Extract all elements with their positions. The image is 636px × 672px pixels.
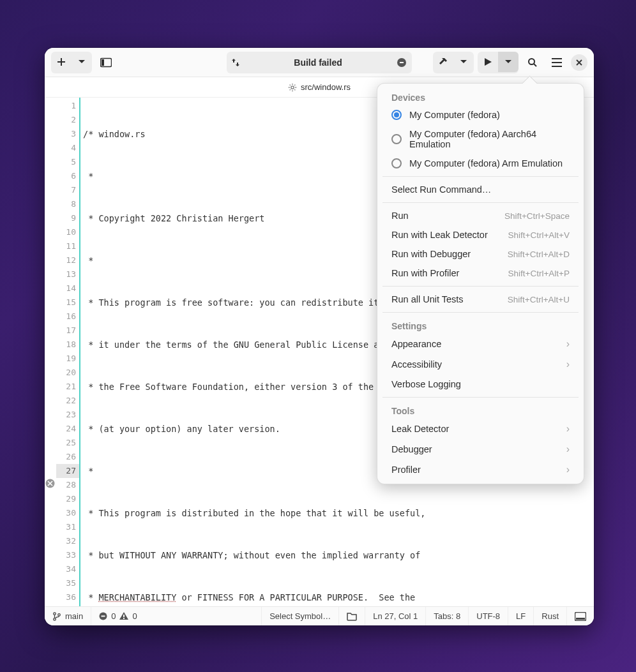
error-count: 0 xyxy=(111,611,116,621)
run-menu-chevron[interactable] xyxy=(498,52,519,72)
run-with-debugger[interactable]: Run with DebuggerShift+Ctrl+Alt+D xyxy=(381,244,580,264)
accelerator: Shift+Ctrl+Alt+P xyxy=(508,269,570,278)
toggle-sidebar-button[interactable] xyxy=(96,52,116,73)
branch-icon xyxy=(52,612,61,621)
radio-icon xyxy=(391,110,402,120)
new-group xyxy=(51,52,92,73)
line-number: 36 xyxy=(56,590,79,604)
line-number: 29 xyxy=(56,492,79,506)
line-number: 27 xyxy=(56,464,79,478)
line-number: 9 xyxy=(56,211,79,225)
menu-separator xyxy=(382,312,579,313)
new-menu-chevron[interactable] xyxy=(72,52,92,72)
run-action[interactable]: RunShift+Ctrl+Space xyxy=(381,206,580,225)
line-number: 4 xyxy=(56,141,79,155)
device-option-arm[interactable]: My Computer (fedora) Arm Emulation xyxy=(381,154,580,173)
cursor-position[interactable]: Ln 27, Col 1 xyxy=(365,607,425,625)
tool-debugger[interactable]: Debugger› xyxy=(381,439,580,459)
settings-verbose-logging[interactable]: Verbose Logging xyxy=(381,375,580,394)
warning-count: 0 xyxy=(132,611,137,621)
line-number: 33 xyxy=(56,548,79,562)
tools-section-title: Tools xyxy=(381,401,580,419)
run-with-leak-detector[interactable]: Run with Leak DetectorShift+Ctrl+Alt+V xyxy=(381,225,580,244)
line-number: 23 xyxy=(56,408,79,422)
line-number: 18 xyxy=(56,338,79,352)
branch-name: main xyxy=(65,611,83,621)
svg-rect-16 xyxy=(576,618,585,620)
menu-separator xyxy=(382,286,579,287)
new-button[interactable] xyxy=(51,52,72,72)
language[interactable]: Rust xyxy=(533,607,566,625)
run-menu-popover: Devices My Computer (fedora) My Computer… xyxy=(377,83,584,484)
build-menu-chevron[interactable] xyxy=(453,52,474,72)
line-number: 32 xyxy=(56,534,79,548)
line-number: 30 xyxy=(56,506,79,520)
open-folder-button[interactable] xyxy=(338,607,365,625)
line-number: 15 xyxy=(56,295,79,310)
device-option-fedora[interactable]: My Computer (fedora) xyxy=(381,105,580,124)
device-option-aarch64[interactable]: My Computer (fedora) Aarch64 Emulation xyxy=(381,124,580,154)
tool-leak-detector[interactable]: Leak Detector› xyxy=(381,419,580,439)
error-icon xyxy=(99,612,107,620)
build-button[interactable] xyxy=(433,52,453,72)
gear-icon xyxy=(288,83,297,92)
vcs-branch[interactable]: main xyxy=(45,607,91,625)
line-number: 5 xyxy=(56,155,79,169)
settings-section-title: Settings xyxy=(381,316,580,334)
run-button[interactable] xyxy=(478,52,498,72)
run-with-profiler[interactable]: Run with ProfilerShift+Ctrl+Alt+P xyxy=(381,264,580,283)
devices-section-title: Devices xyxy=(381,87,580,105)
line-number: 34 xyxy=(56,562,79,576)
status-bar: main 0 0 Select Symbol… Ln 27, Col 1 Tab… xyxy=(45,606,594,625)
line-number-gutter: 1 2 3 4 5 6 7 8 9 10 11 12 13 14 15 16 1… xyxy=(56,98,80,606)
error-marker-icon[interactable] xyxy=(45,479,55,488)
error-gutter xyxy=(45,98,56,606)
toggle-bottom-panel-button[interactable] xyxy=(566,607,594,625)
svg-rect-1 xyxy=(102,59,104,66)
build-status-text: Build failed xyxy=(245,57,391,68)
line-number: 8 xyxy=(56,197,79,211)
stop-icon[interactable] xyxy=(397,57,407,68)
menu-separator xyxy=(382,176,579,177)
run-all-unit-tests[interactable]: Run all Unit TestsShift+Ctrl+Alt+U xyxy=(381,290,580,309)
line-number: 2 xyxy=(56,113,79,127)
line-ending[interactable]: LF xyxy=(508,607,533,625)
svg-point-9 xyxy=(54,618,56,620)
device-label: My Computer (fedora) Aarch64 Emulation xyxy=(409,129,570,149)
tab-path: src/window.rs xyxy=(301,82,351,92)
line-number: 28 xyxy=(56,478,79,492)
chevron-right-icon: › xyxy=(566,338,570,350)
diagnostics[interactable]: 0 0 xyxy=(91,607,144,625)
indent-setting[interactable]: Tabs: 8 xyxy=(425,607,468,625)
chevron-right-icon: › xyxy=(566,464,570,475)
line-number: 1 xyxy=(56,99,79,113)
line-number: 25 xyxy=(56,436,79,450)
search-button[interactable] xyxy=(522,52,543,73)
settings-accessibility[interactable]: Accessibility› xyxy=(381,354,580,375)
select-symbol[interactable]: Select Symbol… xyxy=(261,607,338,625)
line-number: 12 xyxy=(56,253,79,267)
svg-point-6 xyxy=(291,86,294,88)
radio-icon xyxy=(391,134,402,144)
warning-icon xyxy=(119,612,128,620)
header-bar: Build failed xyxy=(45,48,594,77)
encoding[interactable]: UTF-8 xyxy=(468,607,508,625)
accelerator: Shift+Ctrl+Alt+D xyxy=(508,250,570,259)
svg-line-5 xyxy=(534,64,536,66)
build-status-omnibar[interactable]: Build failed xyxy=(227,52,412,73)
line-number: 26 xyxy=(56,450,79,464)
tool-profiler[interactable]: Profiler› xyxy=(381,459,580,480)
device-label: My Computer (fedora) Arm Emulation xyxy=(409,158,563,168)
panel-icon xyxy=(575,612,586,621)
select-run-command[interactable]: Select Run Command… xyxy=(381,180,580,199)
line-number: 17 xyxy=(56,324,79,338)
line-number: 11 xyxy=(56,239,79,253)
hamburger-menu-button[interactable] xyxy=(547,52,567,73)
accelerator: Shift+Ctrl+Alt+V xyxy=(508,230,570,240)
chevron-right-icon: › xyxy=(566,423,570,435)
line-number: 19 xyxy=(56,352,79,366)
settings-appearance[interactable]: Appearance› xyxy=(381,334,580,354)
line-number: 13 xyxy=(56,267,79,281)
ide-window: Build failed xyxy=(45,48,594,625)
window-close-button[interactable] xyxy=(571,54,587,71)
